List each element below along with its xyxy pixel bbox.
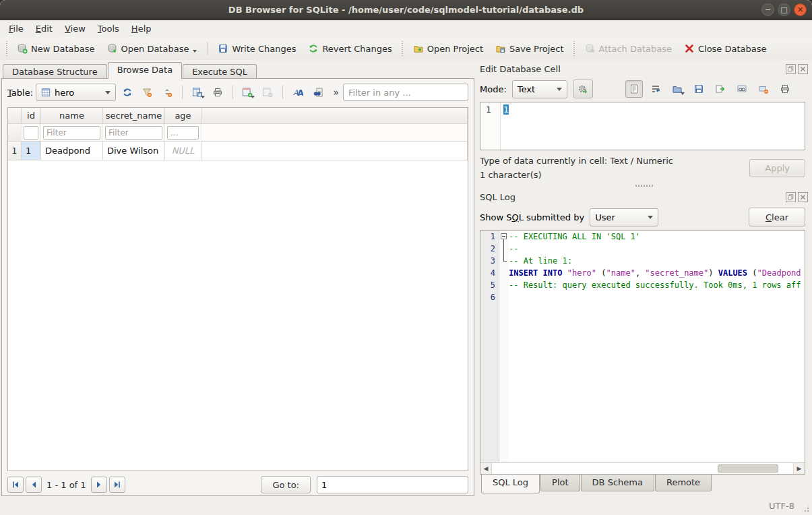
revert-changes-label: Revert Changes: [322, 44, 392, 54]
mode-select[interactable]: Text: [512, 80, 567, 98]
dock-tab-sql-log[interactable]: SQL Log: [481, 475, 540, 493]
tab-execute-sql[interactable]: Execute SQL: [183, 64, 257, 79]
dock-tab-remote[interactable]: Remote: [655, 475, 712, 491]
menu-tools[interactable]: Tools: [92, 22, 125, 36]
previous-page-button[interactable]: [26, 477, 42, 493]
print-cell-button[interactable]: [776, 80, 794, 98]
open-database-button[interactable]: Open Database: [102, 40, 203, 57]
import-cell-data-button[interactable]: [668, 80, 686, 98]
titlebar: DB Browser for SQLite - /home/user/code/…: [0, 0, 812, 20]
app-window: DB Browser for SQLite - /home/user/code/…: [0, 0, 812, 515]
cell-editor-value: 1: [503, 104, 509, 115]
auto-apply-button[interactable]: [573, 80, 593, 98]
clear-sorting-icon: [162, 87, 173, 98]
refresh-button[interactable]: [119, 84, 136, 101]
table-row[interactable]: 11DeadpondDive WilsonNULL: [8, 142, 468, 160]
cell-secret-name[interactable]: Dive Wilson: [103, 142, 165, 160]
open-database-dropdown-icon[interactable]: [193, 50, 197, 53]
filter-any-input[interactable]: [343, 84, 468, 101]
save-table-button[interactable]: [189, 84, 206, 101]
set-null-button[interactable]: [755, 80, 772, 98]
sql-code: -- At line 1:: [509, 255, 805, 267]
scroll-left-icon[interactable]: ◀: [480, 463, 492, 474]
minimize-icon[interactable]: −: [761, 3, 774, 16]
scrollbar-track[interactable]: [492, 463, 793, 474]
close-icon[interactable]: ✕: [794, 3, 807, 16]
table-select[interactable]: hero: [36, 84, 116, 101]
scrollbar-thumb[interactable]: [718, 464, 778, 473]
new-database-button[interactable]: New Database: [11, 40, 100, 57]
word-wrap-button[interactable]: [647, 80, 664, 98]
maximize-icon[interactable]: □: [778, 3, 790, 16]
cell-editor[interactable]: 1 1: [480, 102, 805, 150]
clear-log-button[interactable]: Clear: [749, 208, 805, 226]
filter-input-id[interactable]: [24, 126, 38, 140]
column-header-id[interactable]: id: [22, 108, 41, 124]
table-icon: [41, 88, 51, 97]
filter-input-age[interactable]: [167, 126, 199, 140]
close-dock-icon[interactable]: [798, 192, 808, 202]
attach-database-icon: [585, 43, 596, 54]
line-number: 1: [480, 231, 499, 243]
cell-info-row: Type of data currently in cell: Text / N…: [480, 150, 808, 181]
filter-input-name[interactable]: [43, 126, 100, 140]
write-changes-button[interactable]: Write Changes: [212, 40, 301, 57]
close-database-button[interactable]: Close Database: [679, 40, 772, 57]
tab-database-structure[interactable]: Database Structure: [3, 64, 107, 79]
open-project-button[interactable]: Open Project: [408, 40, 489, 57]
tab-browse-data[interactable]: Browse Data: [108, 62, 183, 79]
statusbar: UTF-8: [0, 496, 812, 515]
browse-toolbar: Table: hero AA: [2, 79, 474, 106]
horizontal-scrollbar[interactable]: ◀ ▶: [480, 462, 805, 474]
menu-file[interactable]: File: [3, 22, 30, 36]
text-mode-button[interactable]: [625, 80, 643, 98]
clear-filters-button[interactable]: [139, 84, 156, 101]
goto-button[interactable]: Go to:: [261, 476, 311, 493]
column-header-age[interactable]: age: [165, 108, 201, 124]
insert-record-button[interactable]: [239, 84, 257, 101]
column-header-name[interactable]: name: [41, 108, 103, 124]
last-page-button[interactable]: [109, 477, 125, 493]
clear-sorting-button[interactable]: [158, 84, 176, 101]
export-cell-data-button[interactable]: [690, 80, 708, 98]
scroll-right-icon[interactable]: ▶: [793, 463, 805, 474]
cell-id[interactable]: 1: [22, 142, 41, 160]
fold-marker-icon[interactable]: [499, 231, 509, 243]
sql-source-select[interactable]: User: [590, 208, 658, 226]
column-header-secret-name[interactable]: secret_name: [103, 108, 165, 124]
dock-tab-db-schema[interactable]: DB Schema: [581, 475, 654, 491]
first-page-button[interactable]: [7, 477, 24, 493]
copy-link-button[interactable]: [733, 80, 751, 98]
print-table-button[interactable]: [209, 84, 226, 101]
cell-age[interactable]: NULL: [165, 142, 201, 160]
overflow-chevron-icon[interactable]: »: [333, 87, 339, 98]
close-dock-icon[interactable]: [798, 64, 808, 74]
next-page-button[interactable]: [91, 477, 107, 493]
insert-record-dropdown-icon[interactable]: [251, 96, 255, 98]
save-table-dropdown-icon[interactable]: [201, 96, 205, 98]
sql-log-body[interactable]: 1-- EXECUTING ALL IN 'SQL 1'2--3-- At li…: [480, 231, 805, 462]
set-null-icon: [758, 84, 769, 94]
cell-name[interactable]: Deadpond: [41, 142, 103, 160]
menu-help[interactable]: Help: [125, 22, 158, 36]
revert-changes-button[interactable]: Revert Changes: [303, 40, 397, 57]
save-project-button[interactable]: Save Project: [490, 40, 569, 57]
sql-log-line: 2--: [480, 243, 805, 255]
float-dock-icon[interactable]: [786, 192, 796, 202]
font-settings-button[interactable]: AA: [289, 84, 307, 101]
find-in-table-button[interactable]: [309, 84, 327, 101]
menu-view[interactable]: View: [59, 22, 92, 36]
grid-corner-header[interactable]: [8, 108, 22, 124]
menu-edit[interactable]: Edit: [30, 22, 59, 36]
import-dropdown-icon[interactable]: [681, 92, 685, 95]
goto-input[interactable]: [317, 476, 468, 493]
resize-grip[interactable]: [801, 504, 810, 513]
dock-tab-plot[interactable]: Plot: [540, 475, 580, 491]
open-in-external-button[interactable]: [712, 80, 729, 98]
link-icon: [737, 84, 747, 94]
dock-splitter-handle[interactable]: [480, 181, 808, 189]
float-dock-icon[interactable]: [786, 64, 796, 74]
mode-select-value: Text: [518, 84, 535, 94]
filter-input-secret-name[interactable]: [105, 126, 162, 140]
close-database-icon: [684, 43, 695, 54]
